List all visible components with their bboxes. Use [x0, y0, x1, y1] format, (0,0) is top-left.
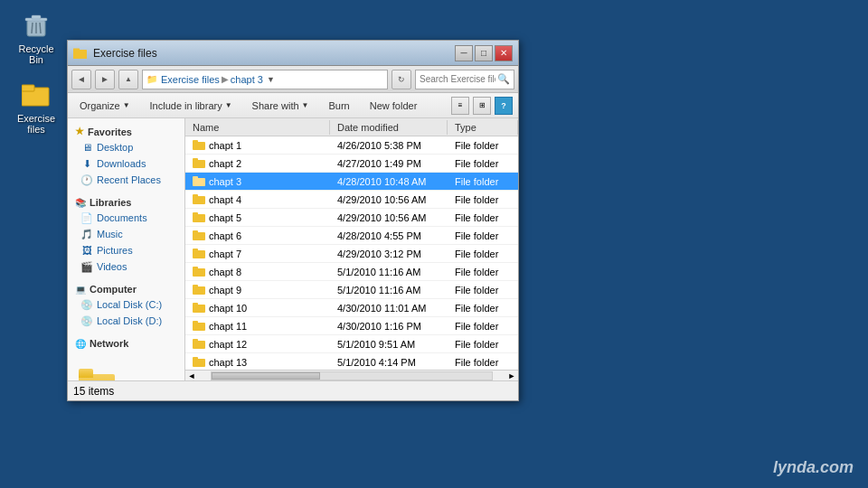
sidebar-item-documents[interactable]: 📄 Documents — [68, 210, 184, 226]
watermark: lynda.com — [773, 458, 854, 477]
sidebar-item-local-c[interactable]: 💿 Local Disk (C:) — [68, 296, 184, 313]
computer-section: 💻 Computer 💿 Local Disk (C:) 💿 Local Dis… — [68, 282, 184, 329]
file-type-cell: File folder — [448, 355, 518, 370]
help-button[interactable]: ? — [495, 97, 513, 115]
table-row[interactable]: chapt 85/1/2010 11:16 AMFile folder — [185, 263, 518, 281]
file-name-cell: chapt 11 — [185, 318, 330, 334]
file-date-cell: 4/28/2010 10:48 AM — [330, 174, 448, 189]
sidebar-item-desktop[interactable]: 🖥 Desktop — [68, 139, 184, 155]
recent-icon: 🕐 — [80, 174, 93, 186]
file-date-cell: 4/29/2010 3:12 PM — [330, 247, 448, 261]
folder-icon-small — [193, 139, 205, 152]
file-date-cell: 4/29/2010 10:56 AM — [330, 211, 448, 225]
downloads-icon: ⬇ — [80, 157, 93, 170]
table-row[interactable]: chapt 44/29/2010 10:56 AMFile folder — [185, 191, 518, 209]
svg-rect-33 — [193, 339, 198, 343]
svg-rect-11 — [193, 140, 198, 144]
search-icon[interactable]: 🔍 — [497, 73, 510, 85]
sidebar-item-downloads[interactable]: ⬇ Downloads — [68, 155, 184, 172]
file-name-cell: chapt 7 — [185, 246, 330, 262]
table-row[interactable]: chapt 74/29/2010 3:12 PMFile folder — [185, 245, 518, 263]
file-name-cell: chapt 5 — [185, 210, 330, 226]
file-date-cell: 5/1/2010 11:16 AM — [330, 283, 448, 297]
favorites-label: Favorites — [88, 127, 132, 137]
scroll-left-button[interactable]: ◄ — [185, 371, 198, 380]
search-bar[interactable]: 🔍 — [415, 70, 514, 89]
svg-rect-2 — [32, 15, 41, 19]
recycle-bin-icon — [22, 11, 51, 40]
column-header-name[interactable]: Name — [185, 120, 330, 135]
videos-icon: 🎬 — [80, 260, 93, 273]
burn-button[interactable]: Burn — [322, 98, 355, 114]
file-date-cell: 4/30/2010 11:01 AM — [330, 301, 448, 315]
file-name-cell: chapt 10 — [185, 300, 330, 316]
sidebar-item-videos[interactable]: 🎬 Videos — [68, 258, 184, 275]
sidebar-disk-c-label: Local Disk (C:) — [97, 299, 162, 310]
file-date-cell: 4/29/2010 10:56 AM — [330, 192, 448, 207]
crumb-exercise-files[interactable]: Exercise files — [161, 74, 220, 85]
up-button[interactable]: ▲ — [118, 70, 138, 89]
forward-button[interactable]: ► — [95, 70, 115, 89]
file-name: chapt 3 — [209, 176, 241, 187]
folder-icon-small — [193, 157, 205, 170]
folder-icon-small — [193, 248, 205, 260]
table-row[interactable]: chapt 114/30/2010 1:16 PMFile folder — [185, 317, 518, 335]
svg-rect-27 — [193, 285, 198, 288]
sidebar-item-pictures[interactable]: 🖼 Pictures — [68, 242, 184, 258]
desktop-icon-exercise-files[interactable]: Exercise files — [7, 77, 65, 138]
address-dropdown-icon[interactable]: ▼ — [267, 75, 275, 84]
file-type-cell: File folder — [448, 247, 518, 261]
network-header: 🌐 Network — [68, 336, 184, 351]
preview-area — [68, 358, 184, 380]
file-date-cell: 4/26/2010 5:38 PM — [330, 138, 448, 153]
address-bar[interactable]: 📁 Exercise files ▶ chapt 3 ▼ — [142, 70, 388, 89]
table-row[interactable]: chapt 34/28/2010 10:48 AMFile folder — [185, 173, 518, 191]
include-library-button[interactable]: Include in library ▼ — [144, 98, 239, 114]
crumb-separator: ▶ — [222, 74, 229, 84]
table-row[interactable]: chapt 24/27/2010 1:49 PMFile folder — [185, 155, 518, 173]
search-input[interactable] — [420, 74, 495, 84]
file-name: chapt 13 — [209, 357, 247, 368]
maximize-button[interactable]: □ — [475, 45, 493, 61]
table-row[interactable]: chapt 125/1/2010 9:51 AMFile folder — [185, 335, 518, 353]
file-type-cell: File folder — [448, 337, 518, 352]
favorites-star-icon: ★ — [75, 126, 84, 137]
back-button[interactable]: ◄ — [71, 70, 91, 89]
table-row[interactable]: chapt 135/1/2010 4:14 PMFile folder — [185, 353, 518, 370]
column-header-date[interactable]: Date modified — [330, 120, 448, 135]
minimize-button[interactable]: ─ — [455, 45, 473, 61]
crumb-chapt3[interactable]: chapt 3 — [231, 74, 263, 85]
desktop-icon-recycle-bin[interactable]: Recycle Bin — [7, 7, 65, 69]
sidebar-item-music[interactable]: 🎵 Music — [68, 226, 184, 242]
svg-rect-19 — [193, 212, 198, 216]
organize-button[interactable]: Organize ▼ — [73, 98, 137, 114]
view-icons-button[interactable]: ⊞ — [473, 97, 491, 115]
sidebar-item-local-d[interactable]: 💿 Local Disk (D:) — [68, 313, 184, 329]
table-row[interactable]: chapt 64/28/2010 4:55 PMFile folder — [185, 227, 518, 245]
svg-rect-13 — [193, 158, 198, 162]
close-button[interactable]: ✕ — [495, 45, 513, 61]
table-row[interactable]: chapt 14/26/2010 5:38 PMFile folder — [185, 136, 518, 155]
svg-rect-17 — [193, 194, 198, 198]
folder-icon-small — [193, 338, 205, 351]
sidebar: ★ Favorites 🖥 Desktop ⬇ Downloads 🕐 Rece… — [68, 118, 185, 380]
file-name-cell: chapt 3 — [185, 174, 330, 190]
table-row[interactable]: chapt 104/30/2010 11:01 AMFile folder — [185, 299, 518, 317]
recycle-bin-label: Recycle Bin — [11, 43, 61, 65]
table-row[interactable]: chapt 54/29/2010 10:56 AMFile folder — [185, 209, 518, 227]
scroll-thumb[interactable] — [212, 372, 320, 380]
new-folder-button[interactable]: New folder — [363, 98, 424, 114]
table-row[interactable]: chapt 95/1/2010 11:16 AMFile folder — [185, 281, 518, 299]
svg-rect-31 — [193, 321, 198, 324]
svg-line-3 — [32, 23, 33, 33]
scroll-right-button[interactable]: ► — [505, 371, 518, 380]
view-list-button[interactable]: ≡ — [451, 97, 469, 115]
folder-icon-small — [193, 211, 205, 224]
sidebar-item-recent[interactable]: 🕐 Recent Places — [68, 172, 184, 188]
horizontal-scrollbar[interactable]: ◄ ► — [185, 370, 518, 380]
network-section: 🌐 Network — [68, 336, 184, 351]
share-button[interactable]: Share with ▼ — [246, 98, 316, 114]
file-name: chapt 8 — [209, 267, 241, 277]
column-header-type[interactable]: Type — [448, 120, 518, 135]
refresh-button[interactable]: ↻ — [392, 70, 411, 89]
